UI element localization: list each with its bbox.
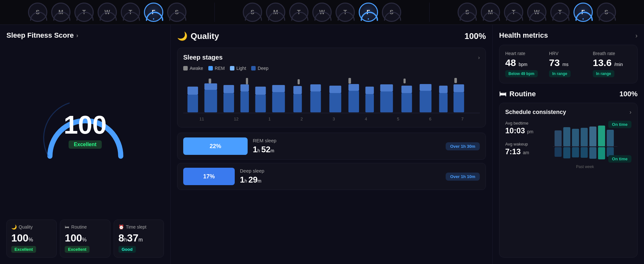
day-btn-1-0[interactable]: S	[243, 3, 262, 22]
day-btn-1-5[interactable]: F	[359, 3, 378, 22]
svg-rect-25	[348, 84, 359, 91]
svg-rect-48	[589, 147, 596, 159]
day-btn-1-4[interactable]: T	[336, 3, 355, 22]
svg-rect-23	[310, 84, 321, 91]
svg-rect-16	[187, 87, 198, 95]
day-btn-0-4[interactable]: T	[121, 3, 140, 22]
svg-rect-24	[329, 86, 341, 93]
right-panel: Health metrics › Heart rate 48 bpm Below…	[493, 25, 644, 264]
deep-info: Deep sleep 1h 29m	[240, 168, 440, 185]
metric-value-0: 100%	[11, 232, 52, 244]
day-group-2: SMTWTFS	[214, 3, 429, 22]
breath-rate-badge: In range	[593, 70, 614, 77]
health-metrics-grid: Heart rate 48 bpm Below 49 bpm HRV 73 ms…	[505, 51, 631, 77]
day-btn-0-6[interactable]: S	[167, 3, 186, 22]
svg-rect-4	[255, 95, 266, 112]
metric-card-2: ⏰ Time slept8h37mGood	[114, 220, 164, 258]
light-label: Light	[236, 66, 246, 71]
health-arrow: ›	[635, 32, 638, 39]
quality-header: 🌙 Quality 100%	[177, 31, 486, 41]
metric-card-title-2: ⏰ Time slept	[118, 224, 159, 230]
legend-light: Light	[230, 66, 246, 71]
week-label: Past week	[539, 165, 631, 169]
day-btn-1-1[interactable]: M	[266, 3, 285, 22]
svg-rect-33	[246, 78, 248, 84]
sleep-chart	[183, 75, 480, 114]
rem-dot	[208, 66, 213, 71]
deep-value: 1h 29m	[240, 175, 440, 185]
day-btn-0-2[interactable]: T	[74, 3, 94, 22]
schedule-card: Schedule consistency › Avg bedtime 10:03…	[499, 103, 638, 258]
rem-label: REM sleep	[253, 138, 440, 143]
svg-rect-39	[554, 130, 562, 146]
hrv-label: HRV	[549, 51, 588, 56]
svg-rect-6	[293, 94, 302, 112]
on-time-bedtime-badge: On time	[608, 121, 631, 128]
svg-rect-29	[420, 84, 431, 91]
day-btn-2-2[interactable]: T	[504, 3, 523, 22]
svg-rect-15	[453, 92, 464, 112]
day-btn-2-5[interactable]: F	[573, 3, 593, 22]
bedtime-value: 10:03 pm	[505, 126, 534, 135]
svg-rect-3	[241, 91, 249, 112]
day-btn-1-3[interactable]: W	[312, 3, 332, 22]
rem-sleep-row: 22% REM sleep 1h 52m Over 1h 30m	[177, 133, 486, 160]
quality-label: Quality	[191, 31, 219, 41]
heart-rate-label: Heart rate	[505, 51, 544, 56]
metric-icon-2: ⏰	[118, 224, 124, 230]
svg-rect-26	[365, 87, 374, 94]
stages-legend: Awake REM Light Deep	[183, 66, 480, 71]
svg-rect-21	[272, 85, 285, 92]
bedtime-item: Avg bedtime 10:03 pm	[505, 121, 534, 135]
day-btn-0-0[interactable]: S	[28, 3, 47, 22]
schedule-title: Schedule consistency	[505, 109, 566, 116]
day-btn-1-6[interactable]: S	[382, 3, 401, 22]
svg-rect-14	[439, 93, 448, 112]
routine-percentage: 100%	[620, 90, 638, 98]
day-btn-1-2[interactable]: T	[289, 3, 308, 22]
bedtime-label: Avg bedtime	[505, 121, 534, 126]
day-btn-0-5[interactable]: F	[144, 3, 163, 22]
svg-rect-49	[598, 126, 605, 146]
day-btn-2-4[interactable]: T	[550, 3, 570, 22]
schedule-arrow: ›	[630, 109, 631, 116]
metric-card-0: 🌙 Quality100%Excellent	[6, 220, 57, 258]
day-group-3: SMTWTFS	[429, 3, 644, 22]
health-header[interactable]: Health metrics ›	[499, 31, 638, 40]
svg-rect-5	[272, 92, 285, 112]
svg-rect-11	[380, 91, 393, 112]
time-11: 11	[199, 117, 204, 121]
left-panel: Sleep Fitness Score › 100 Excellent 🌙 Qu…	[0, 25, 171, 264]
time-3: 3	[333, 117, 335, 121]
schedule-content: Avg bedtime 10:03 pm Avg wakeup 7:13 am	[505, 121, 631, 169]
deep-bar: 17%	[183, 168, 235, 185]
svg-rect-35	[348, 78, 351, 84]
time-1: 1	[268, 117, 270, 121]
svg-rect-50	[598, 147, 605, 159]
svg-rect-30	[439, 86, 448, 93]
metric-card-title-1: 🛏 Routine	[65, 224, 105, 230]
svg-rect-12	[402, 93, 412, 112]
time-labels: 11 12 1 2 3 4 5 6 7	[183, 117, 480, 121]
day-btn-0-1[interactable]: M	[51, 3, 71, 22]
svg-rect-0	[187, 95, 198, 112]
day-btn-2-3[interactable]: W	[527, 3, 546, 22]
routine-label: Routine	[509, 90, 536, 98]
svg-rect-40	[554, 147, 562, 157]
day-btn-0-3[interactable]: W	[98, 3, 117, 22]
svg-rect-34	[298, 79, 300, 84]
stages-header: Sleep stages ›	[183, 54, 480, 61]
svg-rect-51	[607, 130, 614, 146]
svg-rect-44	[572, 147, 579, 157]
metric-badge-2: Good	[118, 246, 136, 253]
hrv-item: HRV 73 ms In range	[549, 51, 588, 77]
sleep-fitness-title[interactable]: Sleep Fitness Score ›	[6, 31, 164, 40]
svg-rect-20	[255, 87, 266, 95]
day-btn-2-0[interactable]: S	[458, 3, 477, 22]
day-btn-2-1[interactable]: M	[481, 3, 500, 22]
time-5: 5	[397, 117, 399, 121]
schedule-header[interactable]: Schedule consistency ›	[505, 109, 631, 116]
day-btn-2-6[interactable]: S	[597, 3, 616, 22]
schedule-chart: On time	[539, 121, 631, 169]
legend-deep: Deep	[251, 66, 268, 71]
